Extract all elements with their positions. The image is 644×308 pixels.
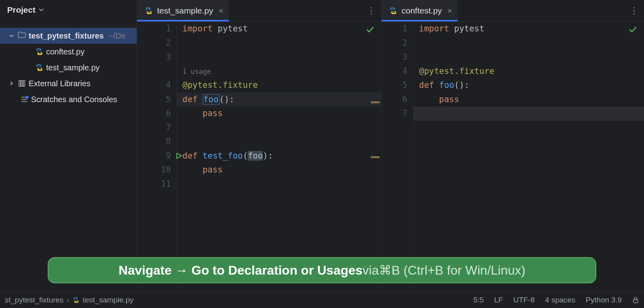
tip-shortcut: ⌘B (Ctrl+B for Win/Linux) xyxy=(379,263,526,278)
code-right[interactable]: import pytest @pytest.fixture def foo():… xyxy=(413,22,644,289)
tab-test-sample[interactable]: test_sample.py × xyxy=(137,0,229,21)
svg-rect-2 xyxy=(23,81,25,87)
indent-config[interactable]: 4 spaces xyxy=(545,296,575,304)
editor-pane-left: test_sample.py × ⋮ 1 2 3 4 5 6 7 8 9 xyxy=(137,0,382,289)
lock-icon[interactable] xyxy=(632,296,639,304)
chevron-right-icon: › xyxy=(67,296,69,304)
python-file-icon xyxy=(72,296,80,304)
warning-stripe[interactable] xyxy=(371,156,380,158)
line-number: 3 xyxy=(137,50,171,64)
chevron-down-icon xyxy=(39,5,44,15)
scratches-label: Scratches and Consoles xyxy=(31,95,117,104)
tab-conftest[interactable]: conftest.py × xyxy=(382,0,458,21)
folder-icon xyxy=(17,31,26,41)
usage-hint[interactable]: 1 usage xyxy=(182,68,211,76)
code-left[interactable]: import pytest 1 usage @pytest.fixture de… xyxy=(177,22,381,289)
tab-label: test_sample.py xyxy=(157,6,213,15)
tip-action: Navigate → Go to Declaration or Usages xyxy=(118,263,363,278)
warning-stripe[interactable] xyxy=(371,101,380,103)
line-number: 2 xyxy=(137,36,171,50)
project-sidebar: Project test_pytest_fixtures ~/De c xyxy=(0,0,137,289)
project-title: Project xyxy=(7,5,35,15)
external-libraries-label: External Libraries xyxy=(29,79,91,88)
python-file-icon xyxy=(35,47,44,56)
project-tool-header[interactable]: Project xyxy=(0,0,137,20)
line-number: 7 xyxy=(137,121,171,135)
breadcrumb-segment[interactable]: st_pytest_fixtures xyxy=(5,296,64,304)
chevron-down-icon xyxy=(8,33,15,38)
line-number: 1 xyxy=(137,22,171,36)
tip-banner: Navigate → Go to Declaration or Usages v… xyxy=(48,257,596,283)
tree-file-label: conftest.py xyxy=(46,47,85,56)
line-number: 9 xyxy=(137,149,171,163)
line-number xyxy=(137,64,171,79)
project-tree: test_pytest_fixtures ~/De conftest.py te… xyxy=(0,20,137,107)
gutter-left: 1 2 3 4 5 6 7 8 9 10 11 xyxy=(137,22,177,289)
line-number: 4 xyxy=(382,64,407,79)
caret-position[interactable]: 5:5 xyxy=(473,296,484,304)
tree-root-label: test_pytest_fixtures xyxy=(29,31,104,41)
tree-file-test-sample[interactable]: test_sample.py xyxy=(0,60,137,76)
line-number: 5 xyxy=(382,78,407,93)
status-bar: st_pytest_fixtures › test_sample.py 5:5 … xyxy=(0,291,644,308)
python-file-icon xyxy=(389,6,398,15)
python-file-icon xyxy=(144,6,153,15)
tab-menu-icon[interactable]: ⋮ xyxy=(361,0,381,21)
close-icon[interactable]: × xyxy=(448,6,452,15)
line-number: 3 xyxy=(382,50,407,64)
tree-folder-root[interactable]: test_pytest_fixtures ~/De xyxy=(0,28,137,44)
editor-left[interactable]: 1 2 3 4 5 6 7 8 9 10 11 xyxy=(137,22,381,289)
tree-external-libraries[interactable]: External Libraries xyxy=(0,76,137,91)
tip-via: via xyxy=(363,263,379,278)
svg-rect-0 xyxy=(19,81,21,87)
line-number: 2 xyxy=(382,36,407,50)
line-number: 8 xyxy=(137,135,171,149)
line-ending[interactable]: LF xyxy=(494,296,503,304)
check-icon[interactable] xyxy=(629,26,637,36)
line-number: 5 xyxy=(137,93,171,107)
scratches-icon xyxy=(20,95,29,104)
python-interpreter[interactable]: Python 3.9 xyxy=(586,296,622,304)
editor-pane-right: conftest.py × ⋮ 1 2 3 4 5 6 7 xyxy=(382,0,644,289)
tree-file-conftest[interactable]: conftest.py xyxy=(0,44,137,60)
line-number: 1 xyxy=(382,22,407,36)
line-number: 6 xyxy=(137,107,171,121)
tab-label: conftest.py xyxy=(402,6,442,15)
tree-scratches[interactable]: Scratches and Consoles xyxy=(0,91,137,107)
tab-menu-icon[interactable]: ⋮ xyxy=(624,0,644,21)
line-number: 6 xyxy=(382,93,407,107)
line-number: 7 xyxy=(382,107,407,121)
check-icon[interactable] xyxy=(366,26,374,36)
breadcrumb-segment[interactable]: test_sample.py xyxy=(83,296,134,304)
svg-rect-4 xyxy=(633,299,638,302)
breadcrumb[interactable]: st_pytest_fixtures › test_sample.py xyxy=(5,296,134,304)
close-icon[interactable]: × xyxy=(219,6,223,15)
chevron-right-icon xyxy=(8,81,15,86)
file-encoding[interactable]: UTF-8 xyxy=(513,296,535,304)
svg-point-3 xyxy=(26,96,29,99)
line-number: 11 xyxy=(137,177,171,192)
line-number: 10 xyxy=(137,163,171,177)
tab-bar-left: test_sample.py × ⋮ xyxy=(137,0,381,22)
svg-rect-1 xyxy=(21,81,23,87)
editor-right[interactable]: 1 2 3 4 5 6 7 import pytest @pytest.fixt… xyxy=(382,22,644,289)
tab-bar-right: conftest.py × ⋮ xyxy=(382,0,644,22)
gutter-right: 1 2 3 4 5 6 7 xyxy=(382,22,413,289)
tree-root-path: ~/De xyxy=(109,31,126,41)
line-number: 4 xyxy=(137,78,171,93)
python-file-icon xyxy=(35,63,44,72)
library-icon xyxy=(17,79,26,88)
tree-file-label: test_sample.py xyxy=(46,63,100,72)
